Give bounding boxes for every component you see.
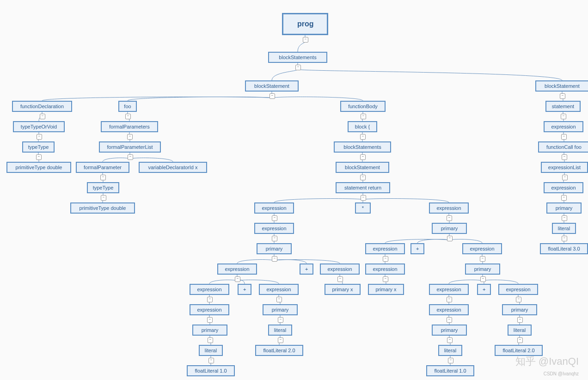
tree-node: blockStatement [336, 162, 389, 173]
tree-node: expression [365, 264, 405, 275]
watermark-zhihu: 知乎 @IvanQI [515, 355, 579, 368]
tree-node: primary [465, 264, 500, 275]
tree-node: typeType [22, 141, 55, 153]
collapse-toggle[interactable]: − [235, 276, 240, 282]
tree-node: floatLiteral 1.0 [426, 365, 474, 376]
tree-node: expression [254, 202, 294, 214]
collapse-toggle[interactable]: − [360, 134, 366, 140]
collapse-toggle[interactable]: − [303, 37, 308, 43]
collapse-toggle[interactable]: − [101, 195, 106, 201]
collapse-toggle[interactable]: − [207, 297, 213, 302]
tree-node: typeType [87, 182, 119, 193]
collapse-toggle[interactable]: − [517, 337, 523, 343]
collapse-toggle[interactable]: − [447, 317, 452, 323]
collapse-toggle[interactable]: − [208, 358, 214, 363]
tree-node: primary [546, 202, 582, 214]
tree-node: expression [429, 202, 469, 214]
collapse-toggle[interactable]: − [278, 317, 283, 323]
collapse-toggle[interactable]: − [270, 93, 275, 99]
tree-node: variableDeclaratorId x [139, 162, 207, 173]
tree-node: literal [508, 325, 532, 336]
collapse-toggle[interactable]: − [361, 114, 366, 119]
collapse-toggle[interactable]: − [208, 337, 213, 343]
tree-node: expression [498, 284, 538, 295]
collapse-toggle[interactable]: − [37, 134, 42, 140]
collapse-toggle[interactable]: − [383, 256, 388, 262]
tree-node: primary x [325, 284, 361, 295]
tree-node: primitiveType double [6, 162, 71, 173]
tree-node: expression [462, 243, 502, 254]
collapse-toggle[interactable]: − [561, 195, 567, 201]
tree-node: expression [544, 121, 583, 132]
collapse-toggle[interactable]: − [561, 114, 566, 119]
collapse-toggle[interactable]: − [448, 358, 453, 363]
collapse-toggle[interactable]: − [36, 154, 42, 160]
collapse-toggle[interactable]: − [278, 337, 283, 343]
tree-node: primary [432, 325, 467, 336]
tree-node: prog [282, 13, 328, 35]
collapse-toggle[interactable]: − [480, 256, 485, 262]
collapse-toggle[interactable]: − [447, 337, 453, 343]
collapse-toggle[interactable]: − [295, 65, 301, 70]
watermark-csdn: CSDN @Ivanqhz [544, 371, 579, 376]
collapse-toggle[interactable]: − [561, 134, 567, 140]
collapse-toggle[interactable]: − [40, 114, 45, 119]
collapse-toggle[interactable]: − [337, 276, 343, 282]
collapse-toggle[interactable]: − [562, 236, 567, 241]
collapse-toggle[interactable]: − [562, 175, 568, 180]
tree-node: primary [263, 304, 298, 315]
collapse-toggle[interactable]: − [100, 175, 106, 180]
collapse-toggle[interactable]: − [272, 236, 277, 241]
tree-node: formalParameterList [99, 141, 161, 153]
tree-node: functionDeclaration [12, 101, 72, 112]
collapse-toggle[interactable]: − [125, 114, 131, 119]
collapse-toggle[interactable]: − [207, 317, 213, 323]
tree-node: + [477, 284, 491, 295]
tree-node: floatLiteral 2.0 [495, 345, 543, 356]
tree-node: + [410, 243, 424, 254]
tree-node: expression [190, 304, 229, 315]
collapse-toggle[interactable]: − [127, 134, 133, 140]
collapse-toggle[interactable]: − [562, 215, 567, 221]
tree-node: expression [190, 284, 229, 295]
tree-node: expression [217, 264, 257, 275]
tree-node: floatLiteral 1.0 [187, 365, 235, 376]
collapse-toggle[interactable]: − [447, 236, 453, 241]
collapse-toggle[interactable]: − [360, 154, 366, 160]
tree-node: * [355, 202, 371, 214]
collapse-toggle[interactable]: − [272, 215, 277, 221]
tree-node: formalParameter [76, 162, 129, 173]
collapse-toggle[interactable]: − [276, 297, 282, 302]
collapse-toggle[interactable]: − [360, 175, 366, 180]
collapse-toggle[interactable]: − [516, 297, 521, 302]
tree-node: primary [502, 304, 537, 315]
collapse-toggle[interactable]: − [480, 276, 486, 282]
collapse-toggle[interactable]: − [562, 154, 567, 160]
collapse-toggle[interactable]: − [128, 154, 133, 160]
tree-node: expression [365, 243, 405, 254]
collapse-toggle[interactable]: − [361, 195, 366, 201]
collapse-toggle[interactable]: − [272, 256, 277, 262]
tree-node: functionBody [340, 101, 386, 112]
collapse-toggle[interactable]: − [560, 93, 565, 99]
tree-node: expressionList [541, 162, 588, 173]
tree-node: statement [545, 101, 581, 112]
tree-node: blockStatement [535, 80, 588, 92]
collapse-toggle[interactable]: − [383, 276, 388, 282]
tree-node: primary x [368, 284, 404, 295]
tree-node: + [300, 264, 313, 275]
tree-node: literal [552, 223, 576, 234]
tree-node: literal [268, 325, 292, 336]
tree-node: formalParameters [101, 121, 158, 132]
collapse-toggle[interactable]: − [447, 215, 452, 221]
collapse-toggle[interactable]: − [517, 317, 523, 323]
tree-node: literal [438, 345, 462, 356]
tree-node: typeTypeOrVoid [13, 121, 65, 132]
tree-node: blockStatement [245, 80, 299, 92]
tree-node: statement return [336, 182, 390, 193]
tree-node: blockStatements [268, 52, 327, 63]
collapse-toggle[interactable]: − [447, 297, 452, 302]
tree-node: expression [429, 284, 469, 295]
tree-node: floatLiteral 3.0 [540, 243, 588, 254]
tree-node: expression [544, 182, 583, 193]
